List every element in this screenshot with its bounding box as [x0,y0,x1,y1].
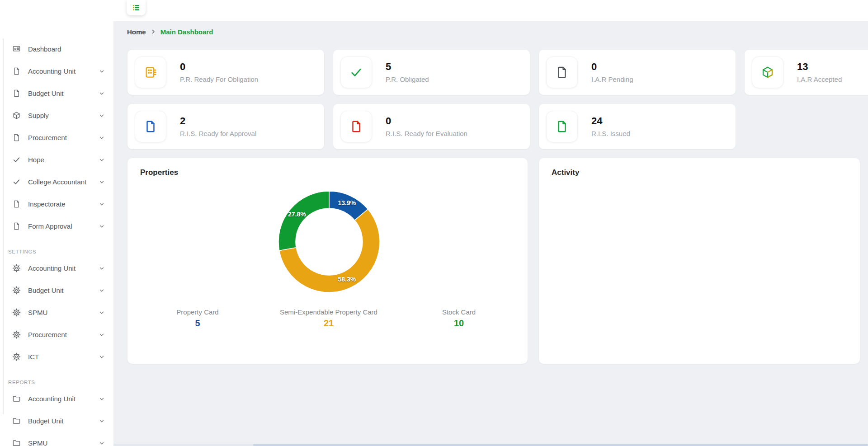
file-icon [12,67,21,75]
sidebar-item-label: College Accountant [28,178,86,186]
sidebar-item-hope[interactable]: Hope [0,149,113,171]
stat-card-iar-accepted: 13 I.A.R Accepted [745,50,868,95]
folder-icon [12,439,21,446]
folder-icon [12,394,21,403]
sidebar-item-budget-unit[interactable]: Budget Unit [0,82,113,104]
document-icon [135,111,166,142]
stat-card-iar-pending: 0 I.A.R Pending [539,50,736,95]
sidebar-item-inspectorate[interactable]: Inspectorate [0,193,113,215]
legend-label: Semi-Expendable Property Card [261,308,396,316]
check-icon [340,56,372,88]
sidebar-item-label: Procurement [28,331,67,338]
chevron-down-icon [99,310,105,316]
sidebar-item-label: Hope [28,156,44,164]
properties-panel: Properties 13.9%58.3%27.8% Property Card… [127,158,528,364]
chevron-down-icon [99,223,105,230]
sidebar-item-label: Budget Unit [28,286,63,294]
sidebar-item-form-approval[interactable]: Form Approval [0,215,113,237]
stat-value: 24 [591,116,630,127]
chevron-down-icon [99,90,105,97]
sidebar-section-reports: REPORTS [0,377,113,388]
legend-item-property-card: Property Card 5 [152,308,243,329]
breadcrumb: Home Main Dashboard [127,21,213,42]
file-icon [12,89,21,98]
chevron-down-icon [99,354,105,360]
donut-slice [278,191,329,250]
horizontal-scrollbar-thumb[interactable] [253,444,868,446]
folder-icon [12,417,21,425]
chevron-down-icon [99,287,105,294]
chevron-down-icon [99,418,105,424]
sidebar-item-college-accountant[interactable]: College Accountant [0,171,113,193]
legend-label: Property Card [152,308,243,316]
sidebar-item-settings-procurement[interactable]: Procurement [0,324,113,346]
breadcrumb-home-link[interactable]: Home [127,28,146,36]
stat-card-pr-obligated: 5 P.R. Obligated [333,50,530,95]
donut-slice-percent-label: 58.3% [338,276,356,283]
legend-value: 5 [152,318,243,329]
chevron-down-icon [99,201,105,207]
list-menu-icon [132,3,141,12]
chevron-down-icon [99,396,105,402]
sidebar-item-accounting-unit[interactable]: Accounting Unit [0,60,113,82]
stat-value: 0 [386,116,467,127]
gear-icon [12,286,21,295]
sidebar-item-reports-accounting-unit[interactable]: Accounting Unit [0,388,113,410]
cube-icon [752,56,783,88]
sidebar-item-label: Budget Unit [28,89,63,97]
calculator-icon [135,56,166,88]
chevron-down-icon [99,157,105,163]
sidebar-item-label: Dashboard [28,45,61,53]
legend-value: 10 [414,318,504,329]
stat-label: R.I.S. Ready for Evaluation [386,130,467,137]
document-icon [340,111,372,142]
sidebar-item-label: Inspectorate [28,200,66,208]
check-icon [12,155,21,164]
sidebar-item-label: Supply [28,112,49,119]
sidebar-item-label: Budget Unit [28,417,63,425]
stat-label: P.R. Obligated [386,75,429,83]
sidebar-item-settings-ict[interactable]: ICT [0,346,113,368]
sidebar-item-supply[interactable]: Supply [0,104,113,127]
gear-icon [12,330,21,339]
donut-slice-percent-label: 27.8% [288,211,306,218]
sidebar-item-label: SPMU [28,309,47,316]
sidebar-toggle-button[interactable] [127,0,146,15]
legend-label: Stock Card [414,308,504,316]
sidebar-item-label: Accounting Unit [28,264,75,272]
stat-card-pr-ready-for-obligation: 0 P.R. Ready For Obligation [127,50,324,95]
file-icon [12,133,21,142]
activity-panel-title: Activity [552,168,579,177]
sidebar-item-dashboard[interactable]: Dashboard [0,38,113,60]
stat-label: P.R. Ready For Obligation [180,75,258,83]
sidebar-item-reports-budget-unit[interactable]: Budget Unit [0,410,113,432]
sidebar-item-reports-spmu[interactable]: SPMU [0,432,113,446]
chevron-down-icon [99,68,105,75]
sidebar-item-label: ICT [28,353,39,361]
sidebar-item-settings-budget-unit[interactable]: Budget Unit [0,279,113,301]
sidebar-item-label: Form Approval [28,222,72,230]
sidebar-item-label: Accounting Unit [28,67,75,75]
stat-card-ris-issued: 24 R.I.S. Issued [539,104,736,149]
stat-label: I.A.R Pending [591,75,633,83]
activity-panel: Activity [539,158,860,364]
sidebar: Dashboard Accounting Unit Budget Unit [0,0,113,446]
chevron-down-icon [99,113,105,119]
sidebar-item-label: Accounting Unit [28,395,75,403]
stat-value: 13 [797,61,842,72]
sidebar-item-label: Procurement [28,134,67,141]
document-icon [546,56,578,88]
chevron-down-icon [99,179,105,185]
sidebar-item-settings-spmu[interactable]: SPMU [0,301,113,324]
document-icon [546,111,578,142]
sidebar-item-label: SPMU [28,439,47,446]
stat-value: 2 [180,116,256,127]
stat-label: I.A.R Accepted [797,75,842,83]
chevron-down-icon [99,135,105,141]
gear-icon [12,264,21,272]
sidebar-item-procurement[interactable]: Procurement [0,127,113,149]
sidebar-item-settings-accounting-unit[interactable]: Accounting Unit [0,257,113,279]
properties-panel-title: Properties [140,168,178,177]
stat-label: R.I.S. Ready for Approval [180,130,256,137]
stat-value: 0 [591,61,633,72]
